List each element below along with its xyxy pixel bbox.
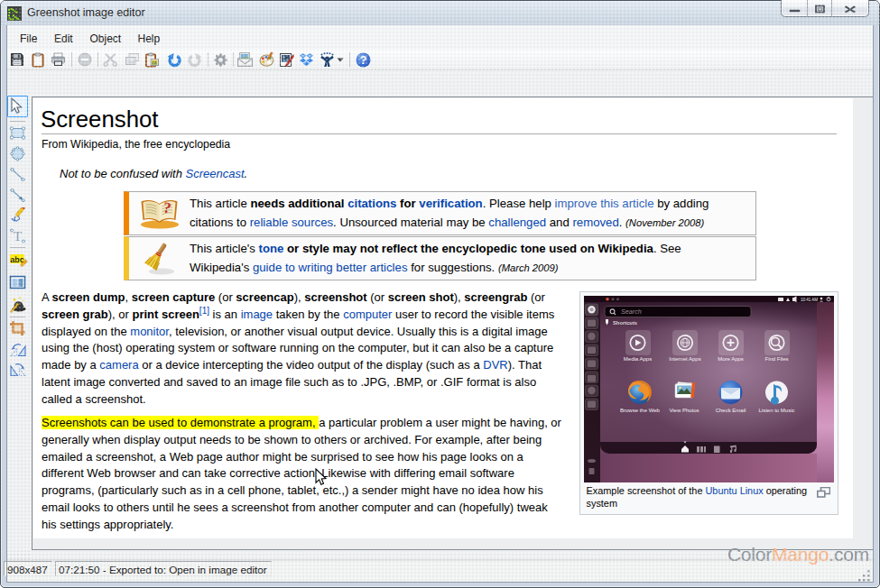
- svg-text:?: ?: [360, 54, 367, 67]
- svg-text:Shortcuts: Shortcuts: [613, 320, 637, 326]
- svg-text:T: T: [14, 228, 23, 243]
- svg-text:Search: Search: [621, 308, 642, 316]
- svg-text:10:41 AM: 10:41 AM: [801, 297, 818, 301]
- svg-text:abc: abc: [10, 255, 24, 264]
